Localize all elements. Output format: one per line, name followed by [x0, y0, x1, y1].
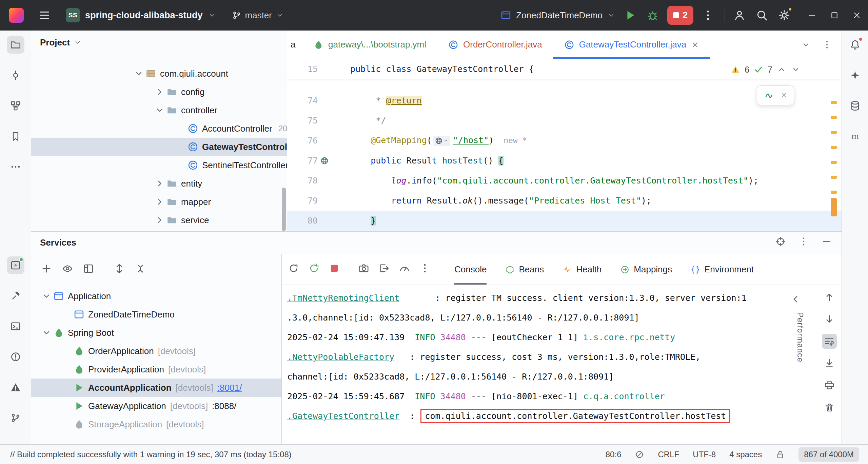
project-panel-header[interactable]: Project — [31, 31, 287, 54]
minimize-button[interactable] — [801, 0, 823, 31]
bell-button[interactable] — [846, 36, 864, 54]
stop-button[interactable] — [329, 263, 340, 276]
project-widget[interactable]: SS spring-cloud-alibaba-study — [66, 8, 217, 22]
status-message[interactable]: // Build completed successfully with 1 w… — [10, 450, 606, 459]
code-area[interactable]: 15public class GatewayTestController {74… — [287, 59, 842, 231]
structure-button[interactable] — [7, 97, 24, 115]
editor-tab-gateway-bootstrap-yml[interactable]: gateway\...\bootstrap.yml — [302, 31, 437, 59]
tree-item-gatewayapplication[interactable]: GatewayApplication [devtools]:8088/ — [31, 397, 281, 415]
console-tab-health[interactable]: Health — [562, 254, 601, 285]
maven-button[interactable]: m — [846, 128, 864, 145]
tree-item-zoneddatetimedemo[interactable]: ZonedDateTimeDemo — [31, 305, 281, 324]
logger-link[interactable]: .TmNettyRemotingClient — [287, 293, 399, 303]
run-configuration-widget[interactable]: ZonedDateTimeDemo — [500, 9, 616, 21]
chevron-right-icon[interactable] — [154, 214, 165, 226]
warning-button[interactable] — [7, 379, 24, 396]
main-menu-icon[interactable] — [38, 9, 51, 22]
close-button[interactable] — [846, 0, 868, 31]
chevron-down-icon[interactable] — [801, 40, 811, 50]
rerun-spring-button[interactable] — [308, 263, 320, 276]
problems-button[interactable] — [7, 348, 24, 366]
tree-item-service[interactable]: service — [31, 211, 287, 229]
services-button[interactable] — [7, 256, 24, 274]
editor-tab-gatewaytestcontroller-java[interactable]: GatewayTestController.java — [553, 31, 710, 59]
tree-item-orderapplication[interactable]: OrderApplication [devtools] — [31, 342, 281, 360]
url-inlay[interactable] — [433, 136, 450, 146]
chevron-right-icon[interactable] — [154, 86, 165, 98]
tree-item-application[interactable]: Application — [31, 287, 281, 305]
target-button[interactable] — [775, 236, 786, 249]
tree-item-entity[interactable]: entity — [31, 174, 287, 193]
folder-tool-button[interactable] — [7, 36, 24, 54]
service-url-link[interactable]: :8001/ — [217, 383, 242, 393]
chevron-right-icon[interactable] — [154, 196, 165, 208]
tree-item-mapper[interactable]: mapper — [31, 193, 287, 211]
console-tab-mappings[interactable]: Mappings — [620, 254, 672, 285]
settings-button[interactable] — [776, 7, 792, 23]
close-small-icon[interactable] — [691, 40, 699, 49]
tree-item-accountcontroller[interactable]: AccountController2025/2/ — [31, 119, 287, 138]
commit-button[interactable] — [7, 66, 24, 84]
bookmarks-button[interactable] — [7, 128, 24, 145]
maximize-button[interactable] — [823, 0, 846, 31]
editor-tab-a[interactable]: a — [287, 31, 302, 59]
open-new-button[interactable] — [83, 263, 94, 277]
collapse-all-button[interactable] — [135, 263, 146, 277]
search-everywhere-button[interactable] — [754, 7, 770, 23]
line-ending-selector[interactable]: CRLF — [658, 450, 679, 459]
chevron-down-icon[interactable] — [133, 68, 144, 79]
inspections-widget[interactable]: 6 7 — [730, 64, 801, 75]
debug-button[interactable] — [645, 7, 660, 23]
tree-item-gatewaytestcontroller[interactable]: GatewayTestController202 — [31, 138, 287, 156]
run-button[interactable] — [623, 7, 638, 23]
more-actions-button[interactable] — [700, 7, 716, 23]
more-h-button[interactable] — [7, 158, 24, 176]
git-branch-button[interactable] — [7, 409, 24, 427]
rerun-button[interactable] — [288, 263, 299, 276]
chevron-down-icon[interactable] — [41, 290, 52, 302]
tree-item-storageapplication[interactable]: StorageApplication [devtools] — [31, 415, 281, 433]
console-output[interactable]: .TmNettyRemotingClient : register TM suc… — [282, 285, 842, 444]
kebab-button[interactable] — [419, 263, 431, 276]
arrow-down-button[interactable] — [822, 312, 837, 327]
gauge-button[interactable] — [399, 263, 410, 276]
ai-button[interactable] — [846, 66, 864, 84]
expand-all-button[interactable] — [114, 263, 125, 277]
tree-item-sentineltestcontroller[interactable]: SentinelTestController202 — [31, 156, 287, 174]
chevron-down-icon[interactable] — [154, 104, 165, 116]
performance-tab[interactable]: Performance — [795, 312, 805, 362]
tree-item-controller[interactable]: controller — [31, 101, 287, 119]
database-button[interactable] — [846, 97, 864, 115]
kebab-button[interactable] — [798, 236, 809, 249]
indent-selector[interactable]: 4 spaces — [729, 450, 762, 459]
memory-indicator[interactable]: 867 of 4000M — [798, 447, 859, 462]
floating-popup[interactable] — [757, 85, 794, 105]
console-tab-console[interactable]: Console — [454, 254, 487, 285]
chevron-right-icon[interactable] — [154, 178, 165, 189]
lock-icon[interactable] — [775, 450, 785, 459]
print-button[interactable] — [822, 378, 837, 393]
encoding-selector[interactable]: UTF-8 — [693, 450, 716, 459]
exit-button[interactable] — [378, 263, 390, 276]
eye-button[interactable] — [62, 263, 73, 277]
arrow-up-button[interactable] — [822, 290, 837, 305]
stop-running-processes-button[interactable]: 2 — [667, 6, 693, 25]
code-with-me-button[interactable] — [732, 7, 747, 23]
logger-link[interactable]: .GatewayTestController — [287, 411, 399, 421]
minus-button[interactable] — [821, 236, 832, 249]
caret-position[interactable]: 80:6 — [606, 450, 622, 459]
close-icon[interactable] — [780, 91, 788, 99]
plus-button[interactable] — [41, 263, 52, 277]
vcs-branch-widget[interactable]: master — [232, 10, 284, 21]
chevron-down-icon[interactable] — [41, 327, 52, 339]
next-problem-icon[interactable] — [791, 64, 801, 75]
camera-button[interactable] — [358, 263, 370, 276]
terminal-button[interactable] — [7, 317, 24, 335]
build-button[interactable] — [7, 287, 24, 305]
console-tab-beans[interactable]: Beans — [505, 254, 544, 285]
tree-item-spring-boot[interactable]: Spring Boot — [31, 324, 281, 342]
trash-button[interactable] — [822, 400, 837, 415]
scroll-end-button[interactable] — [822, 356, 837, 371]
tree-item-providerapplication[interactable]: ProviderApplication [devtools] — [31, 360, 281, 379]
prev-problem-icon[interactable] — [776, 64, 787, 75]
